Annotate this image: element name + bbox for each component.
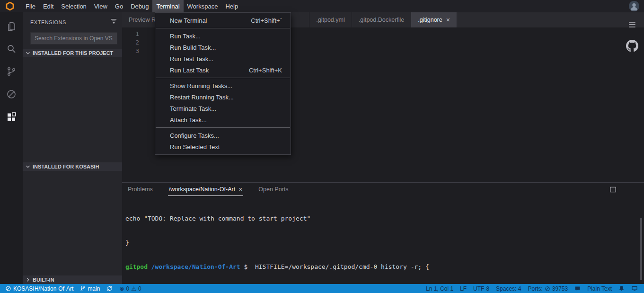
menu-item-workspace[interactable]: Workspace xyxy=(184,0,222,12)
error-count: 0 xyxy=(126,285,129,292)
terminal-line: echo "TODO: Replace with command to star… xyxy=(125,214,635,222)
chevron-down-icon xyxy=(25,163,31,170)
menubar: File Edit Selection View Go Debug Termin… xyxy=(0,0,644,12)
statusbar-eol[interactable]: LF xyxy=(457,284,470,293)
panel-tab-terminal[interactable]: /workspace/Nation-Of-Art × xyxy=(168,183,244,196)
warning-icon: ⚠ xyxy=(131,286,136,292)
menu-item-run-test-task[interactable]: Run Test Task... xyxy=(155,53,291,64)
extensions-icon[interactable] xyxy=(5,111,18,123)
status-right: Ln 1, Col 1 LF UTF-8 Spaces: 4 Ports: 39… xyxy=(423,284,644,293)
tab-label: .gitpod.yml xyxy=(316,17,344,23)
statusbar-branch[interactable]: main xyxy=(77,284,103,293)
extensions-sidebar: EXTENSIONS INSTALLED FOR THIS PROJECT IN… xyxy=(23,12,122,284)
statusbar-encoding[interactable]: UTF-8 xyxy=(470,284,493,293)
error-icon: ⊗ xyxy=(119,286,124,292)
line-number-gutter: 1 2 3 xyxy=(122,30,150,55)
statusbar-language[interactable]: Plain Text xyxy=(584,284,615,293)
right-rail xyxy=(626,20,638,54)
terminal-scrollbar[interactable] xyxy=(640,218,642,280)
menu-item-run-last-task[interactable]: Run Last TaskCtrl+Shift+K xyxy=(155,64,291,76)
statusbar-feedback[interactable] xyxy=(571,284,584,293)
menu-item-show-running-tasks[interactable]: Show Running Tasks... xyxy=(155,80,291,91)
menu-item-terminal[interactable]: Terminal xyxy=(152,0,183,12)
statusbar-indentation[interactable]: Spaces: 4 xyxy=(493,284,524,293)
section-label: BUILT-IN xyxy=(33,277,54,283)
menu-item-terminate-task[interactable]: Terminate Task... xyxy=(155,103,291,114)
section-installed-project[interactable]: INSTALLED FOR THIS PROJECT xyxy=(23,49,122,57)
sidebar-title: EXTENSIONS xyxy=(30,19,66,25)
status-left: KOSASIH/Nation-Of-Art main ⊗ 0 ⚠ 0 xyxy=(0,284,145,293)
menu-separator xyxy=(156,28,290,28)
filter-icon[interactable] xyxy=(110,18,117,27)
statusbar-sync[interactable] xyxy=(103,284,116,293)
bottom-panel: Problems /workspace/Nation-Of-Art × Open… xyxy=(122,182,644,284)
panel-tab-label: Open Ports xyxy=(258,186,288,193)
menu-item-go[interactable]: Go xyxy=(111,0,127,12)
line-number: 1 xyxy=(122,30,139,38)
branch-name: main xyxy=(88,285,100,292)
search-icon[interactable] xyxy=(5,43,18,55)
menu-item-run-build-task[interactable]: Run Build Task... xyxy=(155,42,291,53)
line-number: 2 xyxy=(122,38,139,47)
panel-tab-label: /workspace/Nation-Of-Art xyxy=(169,186,235,193)
menu-item-run-selected-text[interactable]: Run Selected Text xyxy=(155,141,291,152)
statusbar-problems[interactable]: ⊗ 0 ⚠ 0 xyxy=(116,284,144,293)
terminal-line: gitpod /workspace/Nation-Of-Art $ HISTFI… xyxy=(125,263,635,271)
menu-separator xyxy=(156,78,290,78)
workspace-name: KOSASIH/Nation-Of-Art xyxy=(13,285,73,292)
menu-item-attach-task[interactable]: Attach Task... xyxy=(155,114,291,125)
circle-slash-icon[interactable] xyxy=(5,88,18,100)
terminal-menu: New TerminalCtrl+Shift+` Run Task... Run… xyxy=(155,12,291,155)
panel-tab-label: Problems xyxy=(128,186,153,193)
line-number: 3 xyxy=(122,47,139,55)
terminal-output[interactable]: echo "TODO: Replace with command to star… xyxy=(125,198,635,283)
menu-item-file[interactable]: File xyxy=(22,0,39,12)
tab-gitpod-dockerfile[interactable]: .gitpod.Dockerfile xyxy=(352,12,412,27)
notifications-bell-icon[interactable] xyxy=(615,284,628,293)
user-avatar[interactable] xyxy=(629,1,639,11)
menu-item-run-task[interactable]: Run Task... xyxy=(155,30,291,42)
panel-tab-open-ports[interactable]: Open Ports xyxy=(257,183,289,196)
activity-bar xyxy=(0,12,23,284)
list-icon[interactable] xyxy=(627,20,637,31)
statusbar-ports[interactable]: Ports: 39753 xyxy=(524,284,571,293)
terminal-line: } xyxy=(125,239,635,247)
tab-label: .gitignore xyxy=(418,17,442,23)
statusbar-cursor-position[interactable]: Ln 1, Col 1 xyxy=(423,284,457,293)
tab-gitpod-yml[interactable]: .gitpod.yml xyxy=(309,12,352,27)
close-icon[interactable]: × xyxy=(238,186,242,193)
panel-tab-bar: Problems /workspace/Nation-Of-Art × Open… xyxy=(122,183,644,196)
screen-icon[interactable] xyxy=(628,284,641,293)
menu-separator xyxy=(156,127,290,128)
section-label: INSTALLED FOR THIS PROJECT xyxy=(33,50,113,56)
tab-gitignore[interactable]: .gitignore × xyxy=(411,12,457,27)
ide-window: File Edit Selection View Go Debug Termin… xyxy=(0,0,644,293)
section-installed-user[interactable]: INSTALLED FOR KOSASIH xyxy=(23,162,122,171)
close-icon[interactable]: × xyxy=(446,17,450,23)
section-built-in[interactable]: BUILT-IN xyxy=(23,275,122,284)
github-icon[interactable] xyxy=(626,40,638,54)
section-label: INSTALLED FOR KOSASIH xyxy=(33,164,99,169)
split-panel-icon[interactable] xyxy=(609,186,617,195)
menu-item-debug[interactable]: Debug xyxy=(127,0,152,12)
panel-tab-problems[interactable]: Problems xyxy=(127,183,154,196)
menu-item-edit[interactable]: Edit xyxy=(39,0,57,12)
statusbar-remote[interactable]: KOSASIH/Nation-Of-Art xyxy=(2,284,77,293)
menubar-items: File Edit Selection View Go Debug Termin… xyxy=(22,0,242,12)
gitpod-logo-icon[interactable] xyxy=(3,0,17,12)
tab-label: .gitpod.Dockerfile xyxy=(359,17,405,23)
menu-item-new-terminal[interactable]: New TerminalCtrl+Shift+` xyxy=(155,15,291,26)
warning-count: 0 xyxy=(138,285,141,292)
status-bar: KOSASIH/Nation-Of-Art main ⊗ 0 ⚠ 0 Ln 1,… xyxy=(0,284,644,293)
menu-item-restart-running-task[interactable]: Restart Running Task... xyxy=(155,91,291,103)
sidebar-header: EXTENSIONS xyxy=(23,12,122,27)
chevron-down-icon xyxy=(25,50,31,56)
chevron-right-icon xyxy=(25,276,31,283)
menu-item-configure-tasks[interactable]: Configure Tasks... xyxy=(155,130,291,141)
files-icon[interactable] xyxy=(5,20,18,32)
menu-item-selection[interactable]: Selection xyxy=(57,0,90,12)
extensions-search-input[interactable] xyxy=(30,32,117,44)
source-control-icon[interactable] xyxy=(5,65,18,78)
menu-item-help[interactable]: Help xyxy=(221,0,242,12)
menu-item-view[interactable]: View xyxy=(90,0,111,12)
